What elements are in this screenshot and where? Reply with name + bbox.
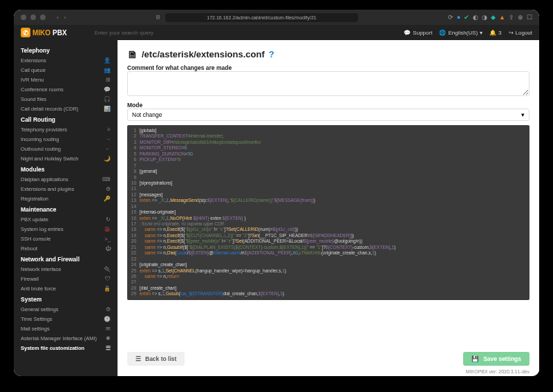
tabs-icon[interactable]: ⊕ xyxy=(518,14,523,21)
share-icon[interactable]: ⇪ xyxy=(509,14,514,21)
sidebar-item-icon: 🛡 xyxy=(105,276,111,282)
sidebar-item-icon: ⚙ xyxy=(106,186,111,192)
sidebar-item[interactable]: Telephony providers≡ xyxy=(14,124,118,134)
sidebar-item[interactable]: Firewall🛡 xyxy=(14,274,118,283)
save-button[interactable]: 💾 Save settings xyxy=(463,352,529,366)
reload-icon[interactable]: ⟳ xyxy=(448,14,453,21)
sidebar-item[interactable]: Network interface🔌 xyxy=(14,264,118,274)
sidebar-item[interactable]: Dialplan applications⌨ xyxy=(14,174,118,184)
sidebar-item-icon: 🐞 xyxy=(104,226,111,232)
sidebar-item[interactable]: Night and Holiday Switch🌙 xyxy=(14,153,118,163)
sidebar-heading: Network and Firewall xyxy=(14,253,118,264)
logo[interactable]: ✆ MIKOPBX xyxy=(21,28,67,37)
sidebar-item-icon: 👥 xyxy=(104,67,111,73)
code-line: 1[globals] xyxy=(127,128,529,133)
code-line: 24[originate_create_chan] xyxy=(127,262,529,268)
sidebar-item[interactable]: Incoming routing→ xyxy=(14,134,118,144)
help-icon[interactable]: ? xyxy=(269,49,274,59)
ext-icon-5[interactable]: ◆ xyxy=(491,14,496,21)
back-button[interactable]: ☰ Back to list xyxy=(127,352,185,366)
code-line: 9 xyxy=(127,175,529,180)
sidebar-item-icon: ⏻ xyxy=(105,245,111,252)
sidebar-item[interactable]: Mail settings✉ xyxy=(14,324,118,333)
sidebar-item[interactable]: Time Settings🕐 xyxy=(14,314,118,324)
ext-icon-1[interactable]: ● xyxy=(457,14,460,21)
sidebar: TelephonyExtensions👤Call queue👥IVR Menu⊞… xyxy=(14,40,118,376)
traffic-light-close[interactable] xyxy=(21,15,26,20)
comment-textarea[interactable] xyxy=(127,71,529,96)
sidebar-item-icon: ⌨ xyxy=(102,176,111,183)
sidebar-item[interactable]: Asterisk Manager Interface (AMI)✱ xyxy=(14,333,118,343)
sidebar-item[interactable]: Conference rooms💬 xyxy=(14,84,118,94)
mode-select[interactable]: Not change ▾ xyxy=(127,109,529,121)
code-line: 19 same => n,ExecIf($["${CUT(CHANNEL,\,,… xyxy=(127,233,529,239)
actions: ☰ Back to list 💾 Save settings xyxy=(118,348,539,367)
sidebar-item-icon: 🌙 xyxy=(104,156,111,162)
sidebar-item-icon: ⚙ xyxy=(106,306,111,312)
code-line: 17; Если это originate, то скроем один C… xyxy=(127,221,529,227)
code-line: 11 xyxy=(127,186,529,192)
sidebar-item[interactable]: SSH console>_ xyxy=(14,234,118,243)
sidebar-item-icon: ✱ xyxy=(106,335,111,342)
code-line: 22 same => n,Dial(Local/${EXTEN}@interna… xyxy=(127,250,529,256)
code-line: 21 same => n,GosubIf($["${DIALPLAN_EXIST… xyxy=(127,245,529,250)
code-line: 14 xyxy=(127,204,529,209)
sidebar-item-icon: 🔑 xyxy=(104,196,111,202)
ext-icon-4[interactable]: ◑ xyxy=(482,14,487,21)
sidebar-item[interactable]: Call queue👥 xyxy=(14,65,118,75)
lang-select[interactable]: 🌐English(US) ▾ xyxy=(439,30,482,36)
sidebar-item-icon: ☰ xyxy=(106,345,111,351)
title-text: /etc/asterisk/extensions.conf xyxy=(142,49,265,59)
sidebar-item[interactable]: System log entries🐞 xyxy=(14,224,118,234)
code-line: 16exten => _X!,1,NoOP(Hint ${HINT} exten… xyxy=(127,216,529,221)
bell-icon: 🔔 xyxy=(489,30,496,36)
sidebar-item-icon: 🎧 xyxy=(104,96,111,102)
sidebar-item[interactable]: Call detail records (CDR)📊 xyxy=(14,104,118,113)
support-link[interactable]: 💬Support xyxy=(404,30,432,36)
sidebar-item-icon: ≡ xyxy=(107,127,111,133)
sidebar-item[interactable]: Anti brute force🔒 xyxy=(14,283,118,293)
newtab-icon[interactable]: ☐ xyxy=(527,14,532,21)
sidebar-item[interactable]: Reboot⏻ xyxy=(14,243,118,253)
traffic-light-min[interactable] xyxy=(30,15,36,20)
file-icon: 🗎 xyxy=(127,48,138,60)
code-line: 27 xyxy=(127,279,529,285)
sidebar-item[interactable]: Sound files🎧 xyxy=(14,94,118,104)
nav-fwd-icon[interactable]: › xyxy=(64,15,66,21)
save-icon: 💾 xyxy=(471,355,479,362)
code-line: 18 same => n,ExecIf($["${pt1c_cid}x" != … xyxy=(127,227,529,232)
sidebar-item[interactable]: General settings⚙ xyxy=(14,304,118,314)
sidebar-item[interactable]: System file customization☰ xyxy=(14,343,118,353)
chevron-down-icon: ▾ xyxy=(521,111,525,118)
sidebar-heading: Maintenance xyxy=(14,203,118,214)
logo-text-a: MIKO xyxy=(32,29,50,37)
logout-button[interactable]: ↪Logout xyxy=(509,30,532,36)
code-editor[interactable]: 1[globals]2TRANSFER_CONTEXT=internal-tra… xyxy=(127,125,529,300)
sidebar-item[interactable]: Outbound routing← xyxy=(14,144,118,153)
notif-button[interactable]: 🔔3 xyxy=(489,30,501,36)
sidebar-item[interactable]: PBX update↻ xyxy=(14,214,118,224)
traffic-light-max[interactable] xyxy=(40,15,46,20)
sidebar-item[interactable]: Extensions and plugins⚙ xyxy=(14,184,118,194)
list-icon: ☰ xyxy=(135,355,141,362)
search-input[interactable]: Enter your search query xyxy=(95,30,321,36)
mode-label: Mode xyxy=(127,102,529,109)
sidebar-item-icon: ← xyxy=(105,146,111,152)
sidebar-item[interactable]: Registration🔑 xyxy=(14,194,118,203)
sidebar-item-icon: ✉ xyxy=(106,326,111,332)
code-line: 7 xyxy=(127,163,529,169)
shield-icon: ⛨ xyxy=(156,15,161,21)
ext-icon-3[interactable]: ◐ xyxy=(473,14,478,21)
ext-icon-6[interactable]: ▲ xyxy=(499,14,505,21)
url-bar[interactable]: 172.16.162.2/admin-cabinet/custom-files/… xyxy=(165,13,357,22)
sidebar-heading: System xyxy=(14,293,118,304)
nav-back-icon[interactable]: ‹ xyxy=(57,15,59,21)
code-line: 29exten => s,1,Gosub(lua_${ISTRANSFER}di… xyxy=(127,291,529,297)
sidebar-item-icon: 🔒 xyxy=(104,286,111,292)
ext-icon-2[interactable]: ✔ xyxy=(464,14,469,21)
sidebar-item[interactable]: Extensions👤 xyxy=(14,55,118,65)
sidebar-item[interactable]: IVR Menu⊞ xyxy=(14,75,118,84)
code-line: 3MONITOR_DIR=/storage/usbdisk1/mikopbx/a… xyxy=(127,140,529,145)
content: 🗎 /etc/asterisk/extensions.conf ? Commen… xyxy=(118,40,539,376)
code-line: 15[internal-originate] xyxy=(127,209,529,215)
